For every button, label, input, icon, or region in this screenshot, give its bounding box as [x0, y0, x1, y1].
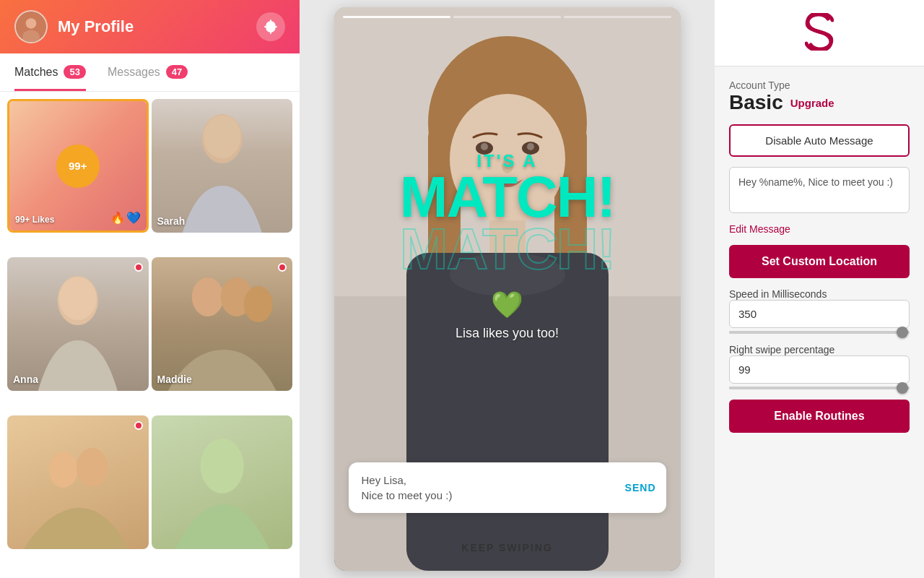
svg-point-4 [203, 115, 240, 158]
right-swipe-slider-container [729, 387, 910, 389]
anna-card[interactable]: Anna [7, 257, 149, 391]
likes-count-badge: 99+ [56, 144, 100, 188]
maddie-notification-dot [278, 263, 287, 272]
speed-input[interactable] [729, 300, 910, 328]
svg-point-10 [49, 452, 78, 488]
likes-label: 99+ Likes [15, 215, 54, 225]
tabs: Matches 53 Messages 47 [0, 53, 300, 92]
svg-point-7 [191, 277, 223, 316]
right-swipe-section: Right swipe percentage [729, 344, 910, 389]
disable-auto-message-button[interactable]: Disable Auto Message [729, 124, 910, 157]
likes-card[interactable]: 99+ 99+ Likes 🔥 💙 [7, 99, 149, 233]
app-logo [805, 13, 834, 56]
svg-point-9 [243, 286, 272, 322]
center-panel: IT'S A MATCH! MATCH! 💚 Lisa likes you to… [300, 0, 715, 578]
match-text: MATCH! [400, 171, 615, 223]
sarah-name: Sarah [157, 215, 186, 227]
message-box: Hey Lisa,Nice to meet you :) SEND [349, 462, 666, 513]
settings-button[interactable] [256, 12, 285, 41]
avatar[interactable] [14, 10, 48, 43]
last2-photo [152, 415, 293, 549]
edit-message-link[interactable]: Edit Message [729, 223, 910, 235]
right-swipe-slider-track [729, 387, 910, 389]
maddie-photo [152, 257, 293, 391]
upgrade-link[interactable]: Upgrade [790, 97, 834, 109]
left-panel: My Profile Matches 53 Messages 47 99+ [0, 0, 300, 578]
set-custom-location-button[interactable]: Set Custom Location [729, 245, 910, 278]
speed-slider-fill [729, 331, 883, 334]
right-content: Account Type Basic Upgrade Disable Auto … [715, 66, 924, 446]
match-heart-icon: 💚 [491, 290, 523, 320]
tab-messages-label: Messages [108, 66, 160, 79]
speed-slider-container [729, 331, 910, 334]
svg-point-12 [200, 439, 243, 493]
svg-point-11 [77, 448, 108, 487]
profile-left: My Profile [14, 10, 134, 43]
messages-badge: 47 [166, 65, 188, 79]
last1-photo [7, 415, 149, 549]
right-panel: Account Type Basic Upgrade Disable Auto … [715, 0, 924, 578]
keep-swiping-button[interactable]: KEEP SWIPING [334, 542, 681, 553]
tab-matches-label: Matches [14, 66, 58, 79]
auto-message-text: Hey %name%, Nice to meet you :) [738, 176, 893, 188]
right-swipe-label: Right swipe percentage [729, 344, 910, 355]
anna-notification-dot [134, 263, 143, 272]
heart-icon: 💙 [126, 211, 141, 225]
enable-routines-button[interactable]: Enable Routines [729, 400, 910, 433]
message-text: Hey Lisa,Nice to meet you :) [362, 473, 453, 503]
auto-message-box: Hey %name%, Nice to meet you :) [729, 167, 910, 213]
account-type-label: Account Type [729, 79, 910, 91]
fire-icon: 🔥 [110, 211, 125, 225]
account-type-section: Account Type Basic Upgrade [729, 79, 910, 114]
maddie-name: Maddie [157, 374, 192, 385]
tab-messages[interactable]: Messages 47 [108, 53, 188, 91]
svg-point-2 [22, 30, 40, 43]
match-text-outline: MATCH! [400, 223, 615, 275]
last-card-2[interactable] [152, 415, 293, 549]
match-subtitle: Lisa likes you too! [456, 326, 559, 341]
right-logo [715, 0, 924, 66]
account-basic-text: Basic [729, 91, 783, 114]
maddie-card[interactable]: Maddie [152, 257, 293, 391]
speed-slider-track [729, 331, 910, 334]
anna-photo [7, 257, 149, 391]
last-card-1[interactable] [7, 415, 149, 549]
last1-notification-dot [134, 421, 143, 430]
like-icons: 🔥 💙 [110, 211, 141, 225]
sarah-photo [152, 99, 293, 233]
profile-name: My Profile [58, 17, 134, 36]
speed-label: Speed in Milliseconds [729, 288, 910, 300]
match-card-main[interactable]: IT'S A MATCH! MATCH! 💚 Lisa likes you to… [334, 7, 681, 571]
svg-point-6 [59, 277, 97, 320]
matches-grid: 99+ 99+ Likes 🔥 💙 Sarah [0, 92, 300, 578]
sarah-card[interactable]: Sarah [152, 99, 293, 233]
tab-matches[interactable]: Matches 53 [14, 53, 86, 91]
account-type-row: Basic Upgrade [729, 91, 910, 114]
speed-section: Speed in Milliseconds [729, 288, 910, 334]
right-swipe-input[interactable] [729, 355, 910, 384]
profile-header: My Profile [0, 0, 300, 53]
matches-badge: 53 [64, 65, 85, 79]
speed-slider-thumb[interactable] [897, 327, 908, 338]
send-button[interactable]: SEND [625, 482, 656, 493]
anna-name: Anna [13, 374, 38, 385]
svg-point-1 [26, 18, 37, 29]
right-swipe-slider-thumb[interactable] [897, 382, 908, 394]
right-swipe-slider-fill [729, 387, 902, 389]
